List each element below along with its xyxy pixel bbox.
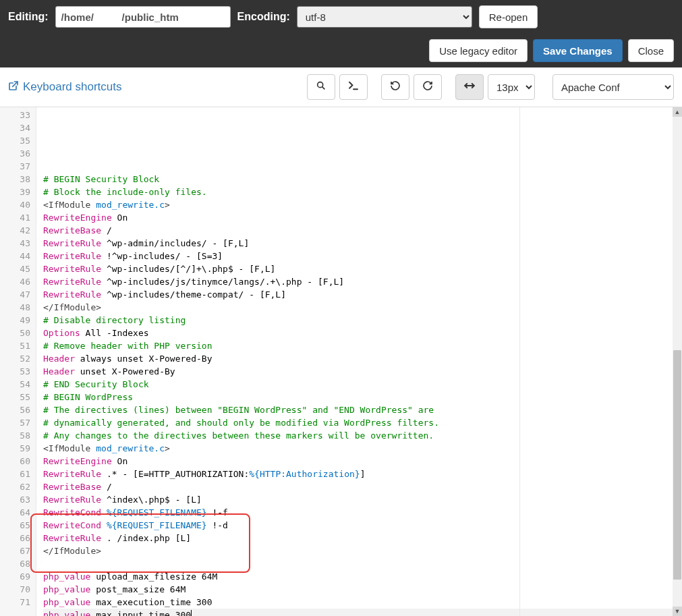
code-line[interactable]: php_value max_input_time 300 xyxy=(43,609,682,616)
svg-line-1 xyxy=(322,87,325,90)
code-line[interactable]: php_value max_execution_time 300 xyxy=(43,596,682,609)
keyboard-shortcuts-link[interactable]: Keyboard shortcuts xyxy=(8,80,121,94)
code-line[interactable]: # BEGIN WordPress xyxy=(43,391,682,403)
editor-toolbar: Keyboard shortcuts 13px Apache Conf xyxy=(0,67,682,107)
encoding-select[interactable]: utf-8 xyxy=(297,6,472,28)
code-line[interactable] xyxy=(43,557,682,570)
code-line[interactable]: # dynamically generated, and should only… xyxy=(43,416,682,429)
reopen-button[interactable]: Re-open xyxy=(479,5,538,28)
code-line[interactable]: RewriteBase / xyxy=(43,480,682,493)
print-margin-guide xyxy=(519,107,520,616)
code-line[interactable]: # Remove header with PHP version xyxy=(43,339,682,352)
keyboard-shortcuts-label: Keyboard shortcuts xyxy=(23,80,121,94)
topbar-row-1: Editing: Encoding: utf-8 Re-open xyxy=(8,5,674,28)
redo-icon xyxy=(422,80,433,94)
code-line[interactable]: Header unset X-Powered-By xyxy=(43,365,682,378)
search-icon xyxy=(316,80,326,94)
code-line[interactable] xyxy=(43,160,682,173)
code-line[interactable]: RewriteRule ^wp-includes/[^/]+\.php$ - [… xyxy=(43,262,682,275)
terminal-button[interactable] xyxy=(339,74,368,100)
code-line[interactable]: </IfModule> xyxy=(43,301,682,314)
arrows-horizontal-icon xyxy=(463,80,476,94)
code-line[interactable]: <IfModule mod_rewrite.c> xyxy=(43,442,682,455)
scroll-up-arrow-icon[interactable]: ▲ xyxy=(673,107,682,117)
font-size-select[interactable]: 13px xyxy=(488,74,535,100)
code-line[interactable]: RewriteRule ^wp-includes/js/tinymce/lang… xyxy=(43,275,682,288)
code-line[interactable]: RewriteRule ^wp-admin/includes/ - [F,L] xyxy=(43,237,682,250)
code-line[interactable]: # Disable directory listing xyxy=(43,314,682,327)
code-line[interactable]: RewriteRule ^wp-includes/theme-compat/ -… xyxy=(43,288,682,301)
code-line[interactable]: RewriteCond %{REQUEST_FILENAME} !-f xyxy=(43,506,682,519)
terminal-icon xyxy=(347,80,360,94)
code-line[interactable]: RewriteEngine On xyxy=(43,455,682,468)
code-line[interactable]: # Block the include-only files. xyxy=(43,186,682,198)
code-line[interactable]: php_value post_max_size 64M xyxy=(43,583,682,596)
language-mode-select[interactable]: Apache Conf xyxy=(552,74,674,100)
code-line[interactable]: # END Security Block xyxy=(43,378,682,391)
encoding-label: Encoding: xyxy=(237,11,290,23)
code-line[interactable]: </IfModule> xyxy=(43,544,682,557)
vertical-scrollbar[interactable]: ▲ ▼ xyxy=(673,107,682,616)
code-line[interactable]: RewriteRule . /index.php [L] xyxy=(43,532,682,544)
code-line[interactable]: RewriteRule ^index\.php$ - [L] xyxy=(43,493,682,506)
code-line[interactable]: RewriteCond %{REQUEST_FILENAME} !-d xyxy=(43,519,682,532)
undo-button[interactable] xyxy=(381,74,409,100)
code-line[interactable]: RewriteEngine On xyxy=(43,211,682,224)
external-link-icon xyxy=(8,80,19,94)
code-line[interactable]: # BEGIN Security Block xyxy=(43,173,682,186)
svg-point-0 xyxy=(318,82,323,88)
file-path-input[interactable] xyxy=(55,6,231,28)
code-area[interactable]: # BEGIN Security Block# Block the includ… xyxy=(36,107,682,616)
code-line[interactable]: php_value upload_max_filesize 64M xyxy=(43,570,682,583)
code-editor[interactable]: 3334353637383940414243444546474849505152… xyxy=(0,107,682,616)
close-button[interactable]: Close xyxy=(628,39,674,62)
code-line[interactable]: # Any changes to the directives between … xyxy=(43,429,682,442)
line-number-gutter: 3334353637383940414243444546474849505152… xyxy=(0,107,36,616)
editing-label: Editing: xyxy=(8,11,49,23)
redo-button[interactable] xyxy=(414,74,442,100)
code-line[interactable]: <IfModule mod_rewrite.c> xyxy=(43,198,682,211)
code-line[interactable]: # The directives (lines) between "BEGIN … xyxy=(43,403,682,416)
undo-icon xyxy=(390,80,401,94)
code-line[interactable]: RewriteBase / xyxy=(43,224,682,237)
topbar: Editing: Encoding: utf-8 Re-open Use leg… xyxy=(0,0,682,67)
topbar-row-2: Use legacy editor Save Changes Close xyxy=(8,39,674,62)
tool-group: 13px Apache Conf xyxy=(307,74,674,100)
save-changes-button[interactable]: Save Changes xyxy=(533,39,623,62)
code-line[interactable]: RewriteRule !^wp-includes/ - [S=3] xyxy=(43,250,682,262)
scroll-down-arrow-icon[interactable]: ▼ xyxy=(673,607,682,616)
search-button[interactable] xyxy=(307,74,335,100)
code-line[interactable]: RewriteRule .* - [E=HTTP_AUTHORIZATION:%… xyxy=(43,468,682,480)
code-line[interactable]: Header always unset X-Powered-By xyxy=(43,352,682,365)
use-legacy-editor-button[interactable]: Use legacy editor xyxy=(429,39,528,62)
wrap-button[interactable] xyxy=(455,74,484,100)
code-line[interactable]: Options All -Indexes xyxy=(43,327,682,339)
scrollbar-thumb[interactable] xyxy=(673,350,681,580)
